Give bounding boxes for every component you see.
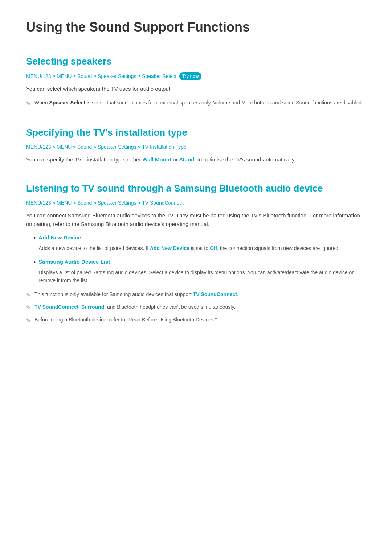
breadcrumb3-menu: MENU	[57, 199, 72, 207]
breadcrumb3-speaker-settings: Speaker Settings	[98, 199, 136, 207]
breadcrumb-selecting-speakers: MENU/123 > MENU > Sound > Speaker Settin…	[26, 72, 366, 80]
breadcrumb-listening-bluetooth: MENU/123 > MENU > Sound > Speaker Settin…	[26, 199, 366, 207]
section-body-selecting-speakers: You can select which speakers the TV use…	[26, 85, 366, 93]
note-item-soundconnect-support: ✎ This function is only available for Sa…	[26, 291, 366, 300]
note-item-bluetooth-devices: ✎ Before using a Bluetooth device, refer…	[26, 316, 366, 325]
breadcrumb-sep-4: >	[138, 73, 141, 80]
bullet-dot-2: •	[33, 258, 36, 267]
stand-highlight: Stand	[179, 156, 195, 163]
breadcrumb3-sep-2: >	[73, 200, 76, 207]
bullet-label-add-new-device: Add New Device	[38, 234, 366, 242]
breadcrumb-specifying-installation: MENU/123 > MENU > Sound > Speaker Settin…	[26, 143, 366, 151]
list-item-samsung-audio-device-list: • Samsung Audio Device List Displays a l…	[33, 258, 366, 285]
section-title-listening-bluetooth: Listening to TV sound through a Samsung …	[26, 181, 366, 196]
bullet-content-samsung-audio-list: Samsung Audio Device List Displays a lis…	[38, 258, 366, 285]
bullet-content-add-new-device: Add New Device Adds a new device to the …	[38, 234, 366, 252]
tv-soundconnect-inline-2: TV SoundConnect	[34, 304, 78, 310]
page-title: Using the Sound Support Functions	[26, 17, 366, 37]
section-body-specifying-installation: You can specify the TV's installation ty…	[26, 155, 366, 164]
section-listening-bluetooth: Listening to TV sound through a Samsung …	[26, 181, 366, 325]
section-specifying-installation: Specifying the TV's installation type ME…	[26, 126, 366, 164]
note-text-bluetooth-devices: Before using a Bluetooth device, refer t…	[34, 316, 366, 324]
breadcrumb2-tv-installation: TV Installation Type	[142, 143, 187, 151]
tv-soundconnect-inline-1: TV SoundConnect	[193, 291, 237, 297]
notes-selecting-speakers: ✎ When Speaker Select is set so that sou…	[26, 99, 366, 108]
off-inline: Off	[210, 245, 217, 251]
breadcrumb3-sep-1: >	[52, 200, 55, 207]
breadcrumb2-sound: Sound	[77, 143, 92, 151]
list-item-add-new-device: • Add New Device Adds a new device to th…	[33, 234, 366, 252]
breadcrumb-menu123: MENU/123	[26, 73, 51, 80]
note-text-simultaneous: TV SoundConnect, Surround, and Bluetooth…	[34, 303, 366, 311]
pencil-icon-4: ✎	[26, 316, 31, 325]
pencil-icon-1: ✎	[26, 99, 31, 108]
note-item-1: ✎ When Speaker Select is set so that sou…	[26, 99, 366, 108]
breadcrumb2-speaker-settings: Speaker Settings	[98, 143, 136, 151]
breadcrumb-menu: MENU	[57, 73, 72, 80]
breadcrumb-speaker-settings: Speaker Settings	[98, 73, 136, 80]
wall-mount-highlight: Wall Mount	[143, 156, 171, 163]
note-item-simultaneous: ✎ TV SoundConnect, Surround, and Bluetoo…	[26, 303, 366, 312]
breadcrumb2-menu123: MENU/123	[26, 143, 51, 151]
breadcrumb2-sep-4: >	[138, 144, 141, 151]
bullet-dot-1: •	[33, 234, 36, 243]
add-new-device-inline: Add New Device	[150, 245, 189, 251]
bullet-desc-samsung-audio-list: Displays a list of paired Samsung audio …	[38, 270, 354, 284]
notes-listening-bluetooth: ✎ This function is only available for Sa…	[26, 291, 366, 325]
bullet-label-samsung-audio-list: Samsung Audio Device List	[38, 258, 366, 266]
section-title-selecting-speakers: Selecting speakers	[26, 54, 366, 69]
breadcrumb3-sound: Sound	[77, 199, 92, 207]
breadcrumb-speaker-select: Speaker Select	[142, 73, 176, 80]
surround-inline: Surround	[81, 304, 104, 310]
pencil-icon-3: ✎	[26, 304, 31, 312]
breadcrumb3-tv-soundconnect: TV SoundConnect	[142, 199, 183, 207]
bullet-desc-add-new-device: Adds a new device to the list of paired …	[38, 245, 340, 251]
breadcrumb2-sep-2: >	[73, 144, 76, 151]
section-selecting-speakers: Selecting speakers MENU/123 > MENU > Sou…	[26, 54, 366, 108]
breadcrumb3-menu123: MENU/123	[26, 199, 51, 207]
breadcrumb-sep-2: >	[73, 73, 76, 80]
breadcrumb3-sep-3: >	[93, 200, 96, 207]
breadcrumb2-sep-1: >	[52, 144, 55, 151]
note-text-1: When Speaker Select is set so that sound…	[34, 99, 366, 107]
pencil-icon-2: ✎	[26, 291, 31, 300]
breadcrumb-sep-1: >	[52, 73, 55, 80]
note-text-soundconnect-support: This function is only available for Sams…	[34, 291, 366, 298]
try-now-badge[interactable]: Try now	[179, 72, 201, 80]
bluetooth-bullet-list: • Add New Device Adds a new device to th…	[33, 234, 366, 285]
breadcrumb-sep-3: >	[93, 73, 96, 80]
section-body-listening-bluetooth: You can connect Samsung Bluetooth audio …	[26, 211, 366, 229]
breadcrumb3-sep-4: >	[138, 200, 141, 207]
section-title-specifying-installation: Specifying the TV's installation type	[26, 126, 366, 140]
breadcrumb2-sep-3: >	[93, 144, 96, 151]
breadcrumb-sound: Sound	[77, 73, 92, 80]
breadcrumb2-menu: MENU	[57, 143, 72, 151]
